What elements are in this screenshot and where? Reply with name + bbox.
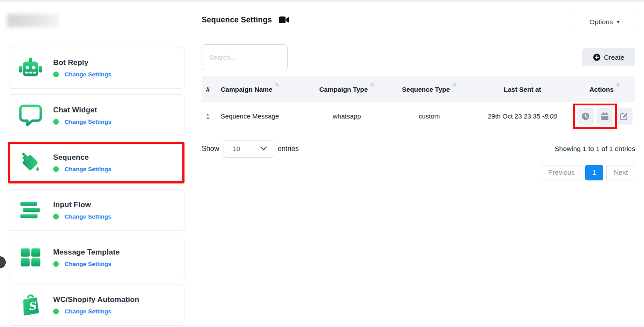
change-settings-link[interactable]: Change Settings	[65, 119, 112, 125]
calendar-icon	[601, 112, 609, 121]
page-title: Sequence Settings	[202, 15, 272, 25]
grid-icon	[18, 245, 43, 270]
next-page-button[interactable]: Next	[606, 165, 635, 180]
table-row: 1 Sequence Message whatsapp custom 29th …	[202, 102, 635, 131]
sidebar-item-text: Sequence Change Settings	[53, 153, 112, 172]
robot-icon	[18, 55, 43, 80]
sequence-table-wrap: # Campaign Name ⇅ Campaign Type ⇅ Sequen…	[202, 76, 635, 131]
campaign-type-cell: whatsapp	[306, 102, 388, 131]
page-layout: Bot Reply Change Settings	[0, 2, 644, 327]
table-toolbar: Create	[202, 44, 635, 70]
actions-cell	[575, 102, 635, 131]
status-dot	[53, 309, 59, 314]
chevron-down-icon: ▾	[617, 19, 619, 25]
page-size-select[interactable]: 10	[224, 140, 273, 158]
status-dot	[53, 119, 59, 125]
sidebar-item-bot-reply[interactable]: Bot Reply Change Settings	[8, 47, 185, 89]
page-size-value: 10	[233, 145, 240, 152]
sidebar-item-input-flow[interactable]: Input Flow Change Settings	[8, 189, 185, 231]
status-link-row: Change Settings	[53, 71, 112, 78]
status-dot	[53, 166, 59, 172]
schedule-clock-button[interactable]	[577, 108, 594, 125]
sidebar-item-message-template[interactable]: Message Template Change Settings	[8, 237, 185, 278]
edit-button[interactable]	[616, 108, 633, 125]
column-header-last-sent-at[interactable]: Last Sent at	[470, 76, 575, 102]
sidebar-item-text: WC/Shopify Automation Change Settings	[53, 295, 139, 315]
column-header-campaign-name[interactable]: Campaign Name ⇅	[219, 76, 305, 102]
sidebar-cards: Bot Reply Change Settings	[8, 47, 185, 326]
table-header-row: # Campaign Name ⇅ Campaign Type ⇅ Sequen…	[202, 76, 635, 102]
showing-summary: Showing 1 to 1 of 1 entries	[554, 145, 635, 153]
column-header-sequence-type[interactable]: Sequence Type ⇅	[388, 76, 470, 102]
campaign-name-cell: Sequence Message	[219, 102, 305, 131]
create-button[interactable]: Create	[582, 48, 635, 66]
list-bars-icon	[18, 198, 43, 223]
column-header-actions[interactable]: Actions ⇅	[575, 76, 635, 102]
status-link-row: Change Settings	[53, 119, 112, 125]
status-link-row: Change Settings	[53, 261, 120, 267]
sidebar-item-text: Chat Widget Change Settings	[53, 106, 112, 125]
options-label: Options	[590, 18, 613, 26]
blurred-logo	[7, 14, 59, 27]
chevron-down-icon	[260, 147, 267, 151]
status-link-row: Change Settings	[53, 166, 112, 172]
main-header: Sequence Settings Options ▾	[202, 13, 635, 31]
last-sent-at-cell: 29th Oct 23 23:35 -8:00	[470, 102, 575, 131]
sidebar-item-label: Bot Reply	[53, 58, 112, 67]
sidebar-item-text: Message Template Change Settings	[53, 248, 120, 267]
entries-label: entries	[278, 145, 299, 153]
change-settings-link[interactable]: Change Settings	[65, 213, 112, 220]
create-label: Create	[604, 54, 625, 61]
table-footer: Show 10 entries Showing 1 to 1 of 1 entr…	[202, 140, 635, 158]
sort-icon[interactable]: ⇅	[370, 82, 374, 88]
status-dot	[53, 214, 59, 219]
show-label: Show	[202, 145, 219, 153]
chat-bubble-icon	[18, 103, 43, 128]
show-entries-control: Show 10 entries	[202, 140, 299, 158]
sidebar-item-label: Input Flow	[53, 201, 112, 209]
timezone-offset: -8:00	[542, 112, 557, 120]
change-settings-link[interactable]: Change Settings	[65, 308, 112, 315]
sidebar-item-sequence[interactable]: Sequence Change Settings	[8, 142, 185, 183]
search-input[interactable]	[202, 44, 288, 70]
settings-sidebar: Bot Reply Change Settings	[0, 2, 193, 327]
paint-bucket-icon	[18, 150, 43, 175]
pagination: Previous 1 Next	[202, 165, 635, 180]
sort-icon[interactable]: ⇅	[616, 82, 620, 88]
calendar-button[interactable]	[597, 108, 613, 125]
status-dot	[53, 72, 59, 77]
sidebar-item-label: WC/Shopify Automation	[53, 295, 139, 304]
sequence-table: # Campaign Name ⇅ Campaign Type ⇅ Sequen…	[202, 76, 635, 131]
sequence-type-cell: custom	[388, 102, 470, 131]
shopify-bag-icon: S	[18, 292, 43, 317]
edit-icon	[620, 112, 629, 121]
sort-icon[interactable]: ⇅	[452, 82, 456, 88]
sidebar-item-text: Input Flow Change Settings	[53, 201, 112, 220]
options-button[interactable]: Options ▾	[574, 13, 635, 31]
row-number: 1	[202, 102, 219, 131]
sidebar-item-text: Bot Reply Change Settings	[53, 58, 112, 78]
sidebar-item-chat-widget[interactable]: Chat Widget Change Settings	[8, 94, 185, 136]
column-header-num[interactable]: #	[202, 76, 219, 102]
main-content: Sequence Settings Options ▾	[193, 2, 644, 327]
change-settings-link[interactable]: Change Settings	[65, 166, 112, 172]
sort-icon[interactable]: ⇅	[275, 82, 279, 88]
previous-page-button[interactable]: Previous	[541, 165, 582, 180]
sidebar-item-label: Message Template	[53, 248, 120, 257]
sidebar-item-label: Sequence	[53, 153, 112, 162]
page-1-button[interactable]: 1	[585, 165, 603, 180]
status-dot	[53, 261, 59, 267]
status-link-row: Change Settings	[53, 213, 112, 220]
status-link-row: Change Settings	[53, 308, 139, 315]
title-wrap: Sequence Settings	[202, 15, 289, 25]
video-camera-icon[interactable]	[279, 16, 289, 24]
clock-icon	[581, 112, 590, 121]
sidebar-item-label: Chat Widget	[53, 106, 112, 115]
change-settings-link[interactable]: Change Settings	[65, 71, 112, 78]
change-settings-link[interactable]: Change Settings	[65, 261, 112, 267]
column-header-campaign-type[interactable]: Campaign Type ⇅	[306, 76, 388, 102]
actions-wrap	[577, 108, 633, 125]
sidebar-item-wc-shopify-automation[interactable]: S WC/Shopify Automation Change Settings	[8, 284, 185, 326]
plus-circle-icon	[593, 54, 601, 61]
